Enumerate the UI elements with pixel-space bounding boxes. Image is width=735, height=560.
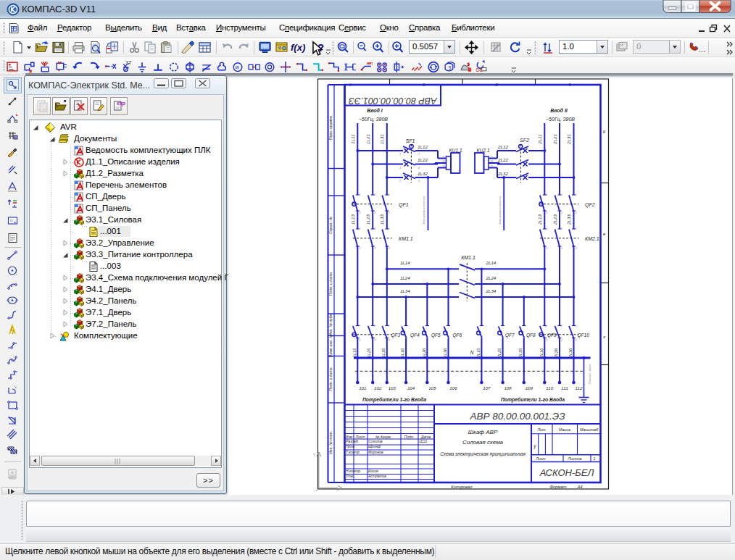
svg-text:QF1: QF1 [399, 202, 409, 208]
svg-text:КМ2.1: КМ2.1 [585, 236, 599, 241]
svg-text:Соколов: Соколов [368, 439, 383, 443]
svg-text:~50Гц, 380В: ~50Гц, 380В [546, 117, 575, 122]
svg-text:2L33: 2L33 [566, 214, 571, 225]
svg-text:у: у [533, 443, 536, 449]
svg-text:АСКОН-БЕЛ: АСКОН-БЕЛ [539, 467, 594, 478]
svg-text:2: 2 [388, 212, 391, 214]
svg-text:1: 1 [561, 193, 562, 196]
svg-text:Утв.: Утв. [346, 474, 354, 478]
svg-text:2L22: 2L22 [497, 157, 508, 162]
svg-text:exp: exp [117, 101, 125, 106]
svg-text:2: 2 [373, 212, 376, 214]
svg-text:QF5: QF5 [431, 333, 441, 338]
svg-text:2: 2 [358, 212, 361, 214]
svg-text:4: 4 [418, 167, 420, 170]
svg-text:Шкаф АВР: Шкаф АВР [468, 429, 498, 435]
svg-text:107: 107 [483, 385, 491, 390]
svg-text:2L21: 2L21 [552, 134, 557, 145]
svg-text:Ввод I: Ввод I [367, 108, 383, 113]
svg-text:QF9: QF9 [547, 333, 557, 338]
svg-text:103: 103 [389, 385, 396, 390]
svg-text:1L31: 1L31 [379, 134, 384, 144]
svg-text:2: 2 [545, 247, 548, 250]
svg-text:2: 2 [358, 339, 361, 342]
svg-text:1: 1 [374, 227, 375, 230]
svg-text:1: 1 [399, 153, 401, 156]
svg-text:N: N [470, 350, 474, 355]
svg-text:Дата: Дата [420, 435, 431, 439]
svg-text:Потребители 1-го Ввода: Потребители 1-го Ввода [501, 397, 565, 403]
svg-text:KU2.1: KU2.1 [476, 148, 489, 153]
svg-text:1: 1 [561, 227, 562, 230]
svg-text:2L32: 2L32 [497, 171, 508, 176]
svg-text:2L36: 2L36 [568, 348, 573, 358]
svg-text:2L23: 2L23 [552, 214, 557, 225]
svg-text:Косин: Косин [368, 469, 378, 473]
svg-text:Потребители 1-го Ввода: Потребители 1-го Ввода [362, 397, 426, 403]
svg-text:KU1.1: KU1.1 [449, 148, 462, 153]
svg-text:2: 2 [574, 339, 577, 342]
svg-text:105: 105 [428, 385, 436, 390]
svg-text:Пров.: Пров. [346, 444, 355, 448]
svg-text:2L25: 2L25 [497, 348, 502, 358]
svg-text:1L14: 1L14 [400, 260, 410, 265]
svg-text:2: 2 [574, 212, 577, 214]
svg-text:109: 109 [526, 385, 533, 390]
svg-text:Н.контр.: Н.контр. [346, 469, 361, 473]
svg-text:2L24: 2L24 [486, 275, 497, 280]
svg-text:1: 1 [374, 325, 375, 327]
svg-text:Подп. и дата: Подп. и дата [328, 367, 333, 391]
svg-text:2: 2 [373, 247, 376, 250]
svg-text:1: 1 [359, 227, 360, 230]
svg-text:2L34: 2L34 [486, 288, 497, 293]
svg-text:КМ1.1: КМ1.1 [399, 236, 413, 241]
svg-text:Миронов: Миронов [368, 450, 383, 454]
svg-text:Инв. № дубл.: Инв. № дубл. [328, 313, 333, 336]
svg-text:1L34: 1L34 [400, 288, 410, 293]
svg-text:Лит.: Лит. [536, 427, 547, 432]
svg-text:~50Гц, 380В: ~50Гц, 380В [359, 117, 388, 122]
svg-text:1: 1 [389, 227, 390, 230]
svg-text:102: 102 [374, 385, 382, 390]
svg-text:в: в [603, 233, 605, 237]
svg-text:1: 1 [389, 193, 390, 196]
svg-text:2: 2 [545, 339, 548, 342]
svg-text:101: 101 [359, 385, 366, 390]
svg-text:2: 2 [388, 339, 391, 342]
svg-text:QF6: QF6 [453, 333, 462, 338]
svg-text:QF8: QF8 [526, 333, 536, 338]
svg-text:Схема электрическая принципиал: Схема электрическая принципиальная [440, 451, 526, 457]
svg-text:Перв. примен.: Перв. примен. [328, 115, 333, 140]
svg-text:104: 104 [407, 385, 415, 390]
svg-text:2L13: 2L13 [537, 214, 542, 225]
svg-text:2: 2 [545, 212, 548, 214]
svg-text:QF7: QF7 [505, 333, 515, 338]
svg-text:112: 112 [576, 385, 583, 390]
svg-text:Подп. и дата: Подп. и дата [328, 272, 333, 296]
svg-text:КМ1.1: КМ1.1 [461, 255, 476, 260]
svg-text:1: 1 [359, 193, 360, 196]
svg-text:Разраб.: Разраб. [346, 439, 359, 443]
svg-text:2L16: 2L16 [539, 348, 544, 358]
svg-text:2L11: 2L11 [537, 134, 542, 144]
svg-text:Масса: Масса [559, 427, 570, 432]
svg-text:1L22: 1L22 [418, 157, 428, 162]
svg-text:108: 108 [504, 385, 512, 390]
svg-text:S: S [448, 65, 451, 70]
svg-text:5: 5 [399, 180, 402, 183]
svg-text:2: 2 [418, 153, 420, 156]
svg-text:2: 2 [560, 212, 563, 214]
svg-text:2: 2 [560, 339, 563, 342]
svg-text:1: 1 [575, 325, 576, 327]
svg-text:1: 1 [575, 227, 576, 230]
svg-text:6: 6 [418, 180, 420, 183]
svg-text:QF3: QF3 [391, 333, 401, 338]
svg-text:Масштаб: Масштаб [580, 427, 599, 432]
svg-text:1L12: 1L12 [418, 144, 428, 149]
svg-text:2: 2 [373, 339, 376, 342]
svg-text:1: 1 [546, 227, 547, 230]
svg-text:Формат: Формат [549, 485, 566, 489]
svg-text:3: 3 [399, 167, 402, 170]
svg-text:1L13: 1L13 [350, 214, 355, 225]
svg-text:1: 1 [389, 325, 390, 327]
